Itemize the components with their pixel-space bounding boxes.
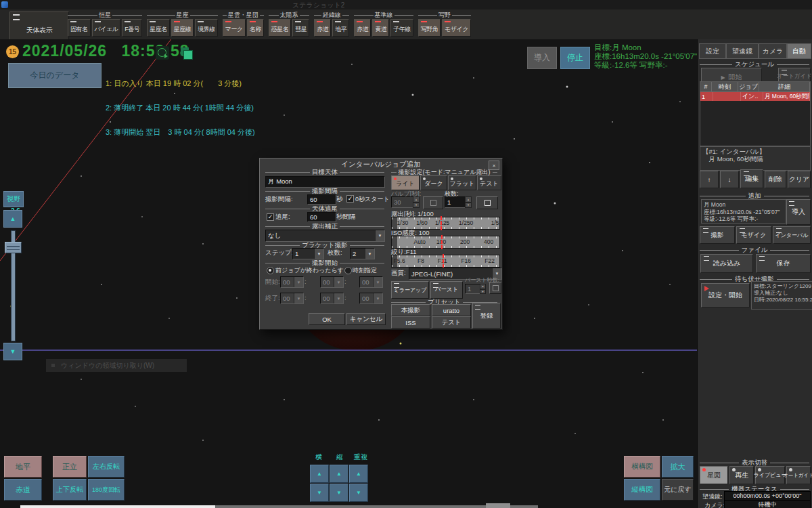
- fov-slider-handle[interactable]: [5, 242, 22, 253]
- preset-register-button[interactable]: 登録: [472, 303, 501, 329]
- landscape-composition-button[interactable]: 横構図: [624, 456, 660, 478]
- toolbar-button-planet-name[interactable]: 惑星名: [269, 19, 292, 37]
- clock-icon[interactable]: [156, 46, 169, 60]
- tab-camera[interactable]: カメラ: [759, 43, 787, 59]
- exposure-cursor[interactable]: [441, 216, 442, 230]
- bulb-confirm-button[interactable]: [423, 196, 443, 209]
- frames-spinner[interactable]: ▲▼: [465, 196, 472, 208]
- aperture-cursor[interactable]: [443, 254, 444, 268]
- track-input[interactable]: 60: [307, 212, 336, 222]
- frames-confirm-button[interactable]: [476, 196, 498, 209]
- schedule-table-row[interactable]: 1 イン.. 月 Moon, 60秒間隔: [700, 92, 810, 101]
- rotate-180-button[interactable]: 180度回転: [88, 479, 125, 501]
- tab-settings[interactable]: 設定: [699, 43, 726, 59]
- goto-button[interactable]: 導入: [527, 47, 557, 69]
- mosaic-h-down-button[interactable]: ▼: [310, 484, 329, 502]
- toolbar-button-ecliptic[interactable]: 黄道: [372, 19, 389, 37]
- end-hour-dropdown[interactable]: 00▼: [280, 293, 304, 304]
- horizon-mode-button[interactable]: 地平: [4, 456, 42, 478]
- toolbar-button-celestial-equator[interactable]: 赤道: [354, 19, 371, 37]
- preset-test-button[interactable]: テスト: [432, 316, 471, 329]
- flip-horizontal-button[interactable]: 左右反転: [88, 456, 125, 478]
- mode-dark-button[interactable]: ダーク: [420, 175, 447, 190]
- zero-start-checkbox[interactable]: ✓: [346, 195, 354, 203]
- today-data-button[interactable]: 今日のデータ: [8, 63, 102, 88]
- toolbar-button-bayer[interactable]: バイエル: [92, 19, 121, 37]
- burst-sec-spinner[interactable]: ▲▼: [480, 284, 486, 294]
- reset-view-button[interactable]: 元に戻す: [662, 479, 694, 501]
- preset-iss-button[interactable]: ISS: [391, 316, 430, 329]
- expcomp-dropdown[interactable]: なし ▼: [265, 230, 385, 242]
- toolbar-button-equatorial-grid[interactable]: 赤道: [314, 19, 331, 37]
- toolbar-button-fov-angle[interactable]: 写野角: [418, 19, 441, 37]
- bulb-input[interactable]: 30: [391, 196, 415, 208]
- target-field[interactable]: 月 Moon: [265, 176, 385, 188]
- toolbar-button-constellation-lines[interactable]: 星座線: [171, 19, 194, 37]
- iso-slider[interactable]: Auto 100 200 400: [391, 236, 500, 249]
- toolbar-button-f-number[interactable]: F番号: [122, 19, 142, 37]
- view-star-chart-button[interactable]: 星図: [700, 466, 728, 484]
- burst-confirm-button[interactable]: [489, 282, 501, 294]
- mosaic-v-down-button[interactable]: ▼: [330, 484, 348, 502]
- mode-flat-button[interactable]: フラット: [448, 175, 476, 190]
- start-minute-dropdown[interactable]: 00▼: [320, 276, 344, 288]
- zoom-in-button[interactable]: 拡大: [662, 456, 694, 478]
- mosaic-overlap-down-button[interactable]: ▼: [349, 484, 368, 502]
- start-second-dropdown[interactable]: 00▼: [359, 276, 383, 288]
- after-prev-job-radio[interactable]: [267, 267, 274, 274]
- bracket-count-dropdown[interactable]: 2 ▼: [350, 248, 375, 259]
- toolbar-button-constellation-name[interactable]: 星座名: [147, 19, 170, 37]
- frames-input[interactable]: 1: [445, 196, 467, 208]
- erect-button[interactable]: 正立: [53, 456, 87, 478]
- preset-main-button[interactable]: 本撮影: [391, 304, 430, 316]
- ambush-start-button[interactable]: 設定・開始: [701, 283, 750, 308]
- preset-uratto-button[interactable]: uratto: [432, 304, 471, 316]
- tab-telescope[interactable]: 望遠鏡: [726, 43, 759, 59]
- step-dropdown[interactable]: 1 ▼: [292, 248, 324, 259]
- mode-light-button[interactable]: ライト: [391, 175, 420, 190]
- view-autoguide-button[interactable]: オートガイド: [786, 466, 811, 484]
- mosaic-v-up-button[interactable]: ▲: [330, 465, 348, 483]
- aperture-slider[interactable]: F5.6 F8 F11 F16 F22: [391, 255, 500, 268]
- save-button[interactable]: 保存: [756, 254, 811, 273]
- toolbar-button-comet[interactable]: 彗星: [292, 19, 309, 37]
- track-checkbox[interactable]: ✓: [267, 213, 274, 221]
- portrait-composition-button[interactable]: 縦構図: [624, 479, 660, 501]
- start-hour-dropdown[interactable]: 00▼: [280, 276, 304, 288]
- toolbar-button-horizontal-grid[interactable]: 地平: [332, 19, 349, 37]
- toolbar-button-mark[interactable]: マーク: [223, 19, 246, 37]
- ok-button[interactable]: OK: [309, 313, 345, 325]
- mosaic-button[interactable]: モザイク: [736, 226, 771, 244]
- fov-zoom-in-button[interactable]: ▲: [3, 210, 22, 228]
- mosaic-h-up-button[interactable]: ▲: [310, 465, 329, 483]
- edit-button[interactable]: 編集: [740, 169, 763, 188]
- interval-input[interactable]: 60: [307, 194, 336, 205]
- schedule-table[interactable]: # 時刻 ジョブ 詳細 1 イン.. 月 Moon, 60秒間隔: [700, 81, 811, 146]
- view-liveview-button[interactable]: ライブビュー: [755, 466, 785, 484]
- interval-button[interactable]: インターバル: [773, 226, 811, 244]
- equatorial-mode-button[interactable]: 赤道: [4, 479, 42, 501]
- sidebar-goto-button[interactable]: 導入: [786, 199, 811, 225]
- burst-button[interactable]: バースト: [430, 281, 463, 299]
- mode-test-button[interactable]: テスト: [477, 175, 501, 190]
- cancel-button[interactable]: キャンセル: [346, 313, 386, 325]
- tab-auto[interactable]: 自動: [787, 43, 811, 59]
- clear-button[interactable]: クリア: [788, 171, 811, 188]
- iso-cursor[interactable]: [441, 235, 443, 249]
- toolbar-button-name[interactable]: 名称: [247, 19, 264, 37]
- load-button[interactable]: 読み込み: [700, 254, 753, 273]
- toolbar-button-proper-name[interactable]: 固有名: [68, 19, 91, 37]
- fov-zoom-out-button[interactable]: ▼: [3, 343, 22, 360]
- toolbar-button-boundary-lines[interactable]: 境界線: [195, 19, 218, 37]
- view-playback-button[interactable]: 再生: [729, 466, 754, 484]
- move-up-button[interactable]: ↑: [700, 171, 719, 188]
- capture-button[interactable]: 撮影: [700, 226, 735, 244]
- exposure-slider[interactable]: 1/30 1/60 1/125 1/250 1/5: [391, 217, 500, 230]
- delete-button[interactable]: 削除: [765, 171, 786, 188]
- layers-icon[interactable]: [180, 47, 192, 59]
- time-specified-radio[interactable]: [344, 267, 352, 274]
- toolbar-button-meridian[interactable]: 子午線: [390, 19, 413, 37]
- end-second-dropdown[interactable]: 00▼: [359, 293, 383, 304]
- mosaic-overlap-up-button[interactable]: ▲: [349, 465, 368, 483]
- end-minute-dropdown[interactable]: 00▼: [320, 293, 344, 304]
